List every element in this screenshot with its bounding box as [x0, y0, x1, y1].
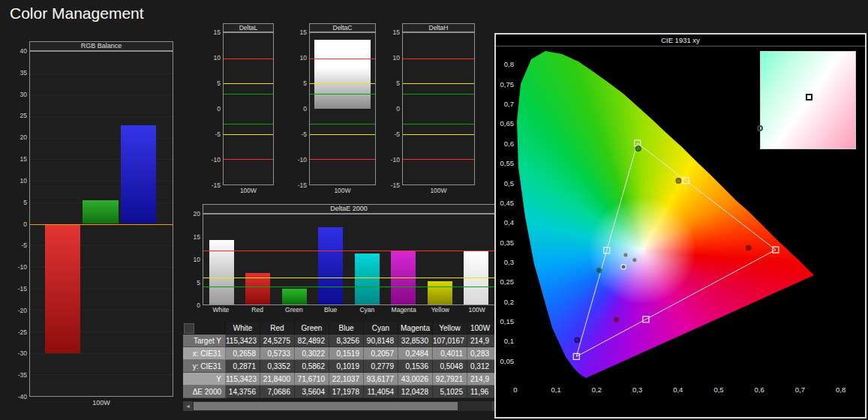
row-label: Target Y [183, 334, 226, 347]
table-cell: 17,1978 [329, 386, 364, 398]
table-cell: 0,3022 [295, 347, 329, 360]
delta-l-plot [223, 32, 274, 185]
threshold-line-yellow [403, 134, 474, 135]
axis-tick-label: -40 [18, 394, 27, 400]
zero-line [30, 224, 173, 225]
table-cell: 90,8148 [364, 334, 398, 347]
axis-tick-label: -5 [394, 131, 400, 138]
table-cell: 12,0428 [398, 386, 433, 398]
deltae-bar-green [282, 289, 307, 304]
table-cell: 115,3423 [226, 334, 260, 347]
table-cell: 0,2779 [364, 360, 398, 373]
axis-tick-label: -35 [18, 372, 27, 379]
axis-tick-label: 10 [300, 55, 307, 62]
axis-tick-label: -10 [18, 264, 27, 271]
bar-blue [121, 125, 157, 224]
axis-tick-label: 15 [194, 233, 200, 240]
table-cell: 107,0167 [433, 334, 467, 347]
gridline [30, 74, 173, 74]
gridline [30, 116, 173, 117]
threshold-line-red [310, 159, 375, 160]
axis-tick-label: 5 [396, 80, 400, 87]
table-cell: 0,1519 [329, 347, 364, 360]
measured-point-white [621, 264, 626, 268]
table-cell: 0,5733 [260, 347, 295, 360]
table-cell: 115,3423 [226, 373, 260, 386]
row-label: ΔE 2000 [183, 386, 226, 398]
table-cell: 3,5604 [295, 386, 329, 398]
gamut-triangle [576, 143, 776, 357]
table-header: WhiteRedGreenBlueCyanMagentaYellow100W [183, 322, 502, 334]
axis-tick-label: -5 [301, 131, 307, 138]
table-cell: 92,7921 [433, 373, 467, 386]
delta-c-plot [309, 32, 376, 185]
threshold-line-yellow [403, 83, 474, 84]
category-label: Magenta [386, 305, 422, 316]
deltae-bar-white [209, 240, 234, 304]
table-horizontal-scrollbar[interactable]: ◄ ► [183, 401, 502, 411]
table-corner-cell [183, 322, 226, 334]
threshold-line-red [224, 159, 273, 160]
table-cell: 14,3756 [226, 386, 260, 398]
table-cell: 11,4054 [364, 386, 398, 398]
measured-point-cyan [596, 268, 601, 272]
table-cell: 0,2057 [364, 347, 398, 360]
gridline [30, 94, 173, 95]
axis-tick-label: 30 [20, 91, 27, 98]
axis-tick-label: 20 [20, 134, 27, 141]
measured-point-yellow [676, 178, 680, 183]
table-cell: 0,5862 [295, 360, 329, 373]
delta-l-y-axis: 151050-5-10-15 [210, 32, 223, 185]
rgb-balance-title: RGB Balance [29, 41, 173, 51]
delta-e-category-labels: WhiteRedGreenBlueCyanMagentaYellow100W [203, 305, 495, 316]
reference-point-white [639, 248, 645, 254]
axis-tick-label: 10 [214, 55, 221, 62]
column-header: Red [260, 322, 295, 334]
axis-tick-label: -10 [391, 157, 400, 164]
table-row: ΔE 200014,37567,06863,560417,197811,4054… [183, 386, 502, 398]
delta-bar [314, 40, 371, 109]
scroll-left-arrow-icon[interactable]: ◄ [183, 401, 193, 411]
threshold-line-red [203, 250, 494, 251]
axis-tick-label: -15 [18, 286, 27, 292]
threshold-line-red [310, 58, 375, 59]
table-cell: 71,6710 [295, 373, 329, 386]
cie-1931-diagram: CIE 1931 xy 00,10,20,30,40,50,60,70,80,8… [494, 33, 866, 418]
axis-tick-label: -10 [212, 157, 221, 164]
delta-e-2000-title: DeltaE 2000 [203, 204, 495, 214]
delta-c-chart: DeltaC 151050-5-10-15 100W [296, 23, 376, 196]
delta-h-y-axis: 151050-5-10-15 [389, 32, 402, 185]
scrollbar-thumb[interactable] [194, 402, 458, 410]
table-cell: 0,2658 [226, 347, 260, 360]
threshold-line-yellow [224, 83, 273, 84]
axis-tick-label: -5 [21, 242, 27, 249]
white-point-zoom-inset [760, 51, 856, 149]
delta-l-chart: DeltaL 151050-5-10-15 100W [210, 23, 274, 196]
category-label: White [203, 305, 239, 316]
rgb-balance-chart: RGB Balance 4035302520151050-5-10-15-20-… [14, 41, 173, 409]
rgb-balance-plot [29, 51, 173, 397]
category-label: Blue [312, 305, 349, 316]
table-row: y: CIE310,28710,33520,58620,10190,27790,… [183, 360, 502, 373]
table-cell: 43,0026 [398, 373, 433, 386]
delta-c-x-label: 100W [309, 185, 376, 196]
threshold-line-green [310, 94, 375, 94]
measurements-table: WhiteRedGreenBlueCyanMagentaYellow100W T… [183, 322, 502, 398]
axis-tick-label: 35 [20, 70, 27, 76]
threshold-line-yellow [310, 134, 375, 135]
delta-h-chart: DeltaH 151050-5-10-15 100W [389, 23, 475, 196]
measured-point-red [746, 245, 751, 250]
table-cell: 7,0686 [260, 386, 295, 398]
threshold-line-red [403, 159, 474, 160]
bar-red [45, 224, 81, 353]
axis-tick-label: 40 [20, 48, 27, 55]
axis-tick-label: 5 [197, 279, 200, 286]
threshold-line-red [224, 58, 273, 59]
category-label: Cyan [349, 305, 386, 316]
delta-c-y-axis: 151050-5-10-15 [296, 32, 309, 185]
axis-tick-label: 10 [393, 55, 400, 62]
deltae-bar-cyan [355, 254, 380, 304]
gridline [30, 353, 173, 354]
table-cell: 0,1019 [329, 360, 364, 373]
measured-point-magenta [614, 317, 618, 322]
